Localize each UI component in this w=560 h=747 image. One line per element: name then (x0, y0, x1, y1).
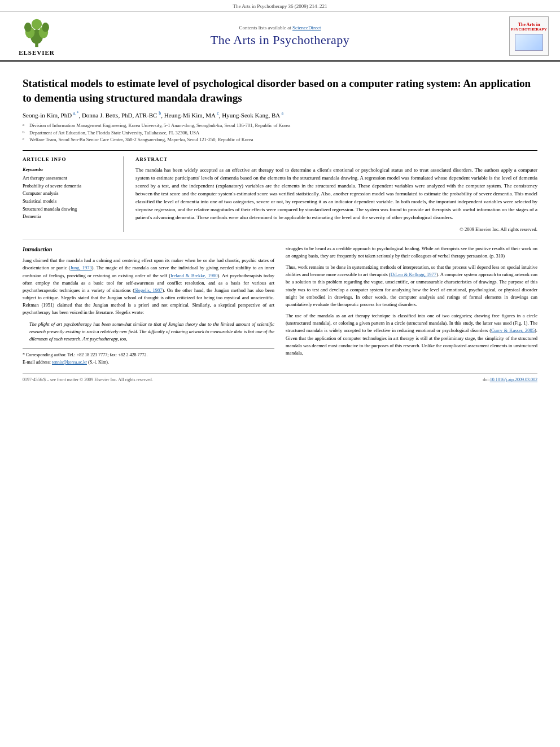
body-quote: The plight of art psychotherapy has been… (29, 321, 274, 343)
affil-3-sup: c (23, 136, 27, 143)
affil-2-text: Department of Art Education, The Florida… (29, 129, 199, 137)
top-bar: The Arts in Psychotherapy 36 (2009) 214–… (0, 0, 560, 12)
body-para-right-3: The use of the mandala as an art therapy… (286, 312, 537, 357)
body-content: Introduction Jung claimed that the manda… (23, 239, 537, 366)
footnote: * Corresponding author. Tel.: +82 18 223… (23, 352, 274, 366)
svg-point-6 (32, 19, 42, 29)
footnote-email: E-mail address: tennis@korea.ac.kr (S.-i… (23, 359, 274, 366)
keyword-5: Structured mandala drawing (23, 206, 115, 213)
elsevier-logo: ELSEVIER (11, 17, 62, 56)
article-info-heading: ARTICLE INFO (23, 156, 115, 162)
keyword-4: Statistical models (23, 198, 115, 206)
issn-notice: 0197-4556/$ – see front matter © 2009 El… (23, 377, 153, 382)
affiliations: a Division of Information Management Eng… (23, 122, 537, 143)
author-3: Heung-Mi Kim, MA c (164, 112, 219, 119)
abstract-col: ABSTRACT The mandala has been widely acc… (135, 156, 537, 232)
authors-line: Seong-in Kim, PhD a,*, Donna J. Betts, P… (23, 111, 537, 119)
author-1: Seong-in Kim, PhD a,* (23, 112, 78, 119)
affil-1: a Division of Information Management Eng… (23, 122, 537, 129)
svg-point-5 (42, 23, 49, 32)
author-2: Donna J. Betts, PhD, ATR-BC b (82, 112, 161, 119)
keywords-label: Keywords: (23, 167, 115, 172)
intro-heading: Introduction (23, 245, 274, 254)
article-title: Statistical models to estimate level of … (23, 76, 537, 105)
ref-dileo: DiLeo & Kellogg, 1977 (391, 272, 436, 277)
main-content: Statistical models to estimate level of … (0, 62, 560, 394)
elsevier-tree-icon (17, 17, 56, 48)
body-left-col: Introduction Jung claimed that the manda… (23, 245, 274, 366)
affil-3: c Welfare Team, Seoul Seo-Bu Senior Care… (23, 136, 537, 143)
doi: doi:10.1016/j.aip.2009.03.002 (483, 377, 537, 382)
sciencedirect-link[interactable]: ScienceDirect (292, 25, 321, 30)
body-para-1: Jung claimed that the mandala had a calm… (23, 257, 274, 316)
journal-title: The Arts in Psychotherapy (62, 33, 498, 47)
abstract-text: The mandala has been widely accepted as … (135, 167, 537, 222)
footnote-email-link[interactable]: tennis@korea.ac.kr (52, 360, 87, 365)
ref-jung: Jung, 1973 (70, 265, 91, 270)
footer-divider (23, 348, 274, 349)
logo-title: The Arts in (518, 22, 540, 27)
doi-link[interactable]: 10.1016/j.aip.2009.03.002 (490, 377, 537, 382)
body-para-right-1: struggles to be heard as a credible appr… (286, 245, 537, 260)
keywords-list: Art therapy assessment Probability of se… (23, 174, 115, 221)
journal-citation: The Arts in Psychotherapy 36 (2009) 214–… (233, 3, 327, 9)
copyright: © 2009 Elsevier Inc. All rights reserved… (135, 226, 537, 232)
abstract-heading: ABSTRACT (135, 156, 537, 162)
bottom-bar: 0197-4556/$ – see front matter © 2009 El… (23, 373, 537, 382)
journal-header: ELSEVIER Contents lists available at Sci… (0, 12, 560, 62)
keyword-3: Computer analysis (23, 190, 115, 198)
ref-ireland: Ireland & Brekke, 1980 (170, 273, 218, 278)
author-4-sup: a (281, 111, 283, 116)
affil-3-text: Welfare Team, Seoul Seo-Bu Senior Care C… (29, 136, 253, 143)
affil-1-text: Division of Information Management Engin… (29, 122, 290, 129)
ref-curry: Curry & Kasser, 2005 (491, 327, 535, 333)
ref-slegelis: Slegelis, 1987 (134, 287, 162, 293)
author-4: Hyung-Seok Kang, BA a (222, 112, 283, 119)
author-1-sup: a,* (73, 111, 79, 116)
article-info-abstract-section: ARTICLE INFO Keywords: Art therapy asses… (23, 150, 537, 232)
keyword-6: Dementia (23, 213, 115, 221)
affil-2-sup: b (23, 129, 27, 137)
body-para-right-2: Thus, work remains to be done in systema… (286, 264, 537, 308)
journal-header-center: Contents lists available at ScienceDirec… (62, 25, 498, 47)
keyword-1: Art therapy assessment (23, 174, 115, 182)
affil-2: b Department of Art Education, The Flori… (23, 129, 537, 137)
logo-sub: PSYCHOTHERAPY (511, 27, 546, 32)
journal-logo-right: The Arts in PSYCHOTHERAPY (498, 16, 549, 56)
body-right-col: struggles to be heard as a credible appr… (286, 245, 537, 366)
logo-image (515, 34, 543, 51)
journal-logo-box: The Arts in PSYCHOTHERAPY (509, 16, 549, 56)
keyword-2: Probability of severe dementia (23, 182, 115, 190)
affil-1-sup: a (23, 122, 27, 129)
footnote-star: * Corresponding author. Tel.: +82 18 223… (23, 352, 274, 359)
sciencedirect-notice: Contents lists available at ScienceDirec… (62, 25, 498, 30)
svg-point-4 (24, 23, 32, 32)
article-info-col: ARTICLE INFO Keywords: Art therapy asses… (23, 156, 124, 232)
elsevier-label: ELSEVIER (19, 49, 55, 56)
author-sep-2: , (161, 112, 164, 119)
